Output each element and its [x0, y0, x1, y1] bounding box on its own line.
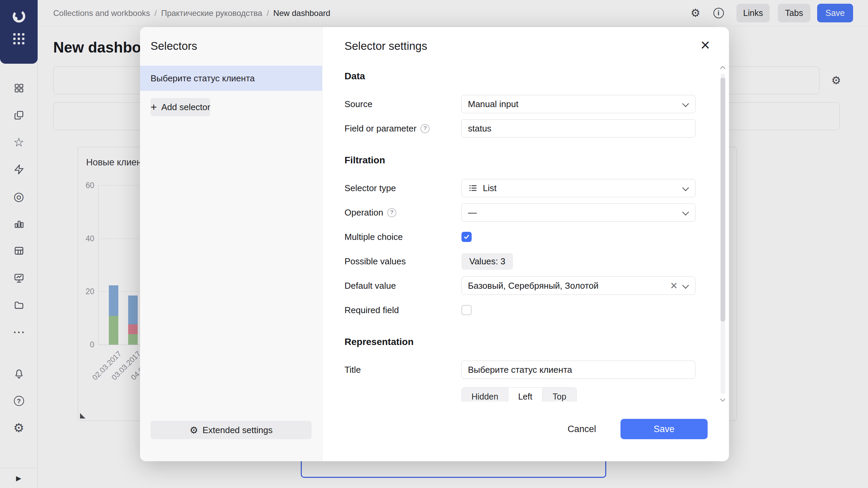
title-input[interactable] [461, 361, 695, 379]
required-field-row: Required field [344, 301, 695, 319]
scroll-up-icon[interactable] [720, 66, 726, 72]
title-placement-segmented: Hidden Left Top [461, 387, 577, 402]
selector-type-label: Selector type [344, 183, 396, 194]
scrollbar-thumb[interactable] [721, 78, 725, 322]
chevron-down-icon [682, 209, 689, 216]
selector-list-item[interactable]: Выберите статус клиента [140, 66, 322, 91]
selector-type-row: Selector type List [344, 179, 695, 197]
settings-panel: Selector settings × Data Source Manual i… [322, 27, 729, 461]
settings-title: Selector settings [344, 39, 427, 53]
placement-left-option[interactable]: Left [508, 388, 542, 402]
title-placement-row: Hidden Left Top [344, 379, 695, 402]
field-row: Field or parameter ? [344, 119, 695, 138]
chevron-down-icon [682, 101, 689, 107]
settings-scrollbar [720, 66, 726, 402]
default-value-label: Default value [344, 281, 396, 291]
possible-values-label: Possible values [344, 256, 406, 267]
multiple-choice-label: Multiple choice [344, 232, 403, 242]
settings-form: Data Source Manual input Field or parame… [322, 68, 729, 402]
chevron-down-icon [682, 282, 689, 289]
possible-values-row: Possible values Values: 3 [344, 252, 695, 270]
section-heading-data: Data [344, 70, 695, 82]
gear-icon: ⚙ [190, 425, 198, 436]
close-icon[interactable]: × [697, 37, 713, 53]
help-question-icon[interactable]: ? [420, 124, 430, 133]
cancel-button[interactable]: Cancel [559, 420, 605, 439]
source-select[interactable]: Manual input [461, 95, 695, 113]
multiple-choice-checkbox[interactable] [461, 232, 472, 242]
list-icon [468, 183, 478, 193]
title-label: Title [344, 365, 361, 375]
required-field-checkbox[interactable] [461, 305, 472, 315]
screen: ☆ ◎ ⋯ ? ⚙ [0, 0, 868, 488]
selectors-panel: Selectors Выберите статус клиента + Add … [140, 27, 322, 461]
source-row: Source Manual input [344, 95, 695, 113]
help-question-icon[interactable]: ? [387, 208, 396, 217]
selector-item-label: Выберите статус клиента [151, 73, 255, 84]
operation-label: Operation [344, 207, 383, 218]
required-field-label: Required field [344, 305, 399, 316]
dialog-footer: Cancel Save [322, 402, 729, 461]
section-heading-representation: Representation [344, 336, 695, 348]
operation-select[interactable]: — [461, 203, 695, 222]
placement-hidden-option[interactable]: Hidden [462, 388, 508, 402]
field-input[interactable] [461, 119, 695, 138]
default-value-row: Default value Базовый, Серебряный, Золот… [344, 277, 695, 295]
dialog-save-button[interactable]: Save [620, 419, 708, 439]
scroll-down-icon[interactable] [720, 396, 726, 402]
selectors-panel-title: Selectors [151, 39, 322, 53]
title-row: Title [344, 361, 695, 379]
chevron-down-icon [682, 185, 689, 191]
settings-header: Selector settings × [322, 27, 729, 68]
clear-icon[interactable]: × [670, 280, 677, 292]
multiple-choice-row: Multiple choice [344, 228, 695, 246]
placement-top-option[interactable]: Top [542, 388, 576, 402]
selector-settings-dialog: Selectors Выберите статус клиента + Add … [140, 27, 729, 461]
section-heading-filtration: Filtration [344, 155, 695, 166]
add-selector-button[interactable]: + Add selector [151, 98, 210, 116]
default-value-select[interactable]: Базовый, Серебряный, Золотой × [461, 277, 695, 295]
possible-values-chip[interactable]: Values: 3 [461, 253, 513, 270]
source-label: Source [344, 99, 372, 109]
operation-row: Operation ? — [344, 203, 695, 222]
plus-icon: + [151, 102, 157, 113]
selector-type-select[interactable]: List [461, 179, 695, 197]
extended-settings-button[interactable]: ⚙ Extended settings [151, 421, 312, 439]
field-label: Field or parameter [344, 123, 416, 134]
